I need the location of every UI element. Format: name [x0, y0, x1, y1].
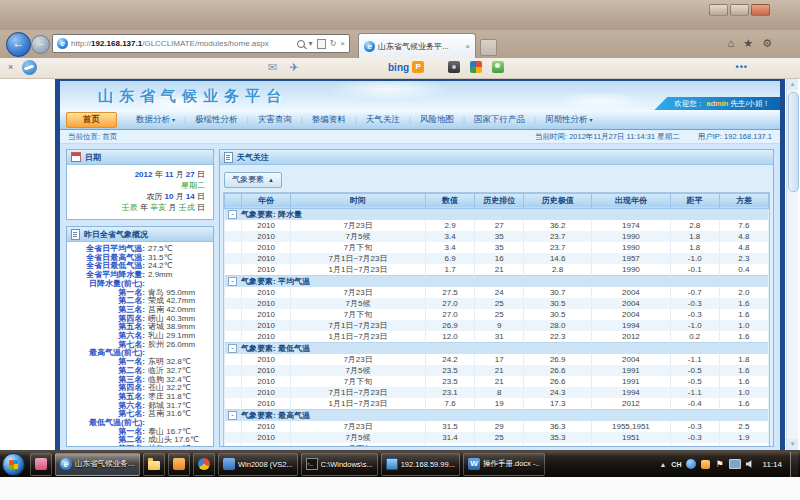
window-controls [709, 4, 770, 16]
taskbar-pinned-2[interactable] [143, 453, 165, 476]
table-row[interactable]: 20107月下旬27.02530.52004-0.31.6 [225, 309, 769, 320]
scroll-down-icon[interactable]: ▼ [787, 439, 798, 450]
nav-item-3[interactable]: 灾害查询 [249, 114, 301, 126]
cell: 7.6 [719, 220, 768, 231]
home-icon[interactable]: ⌂ [728, 37, 735, 50]
dropdown-icon[interactable]: ▾ [309, 39, 313, 48]
hidden-icons-arrow[interactable]: ▲ [659, 461, 666, 468]
taskbar-window-6[interactable]: C:\Windows\s... [301, 453, 378, 476]
scrollbar-thumb[interactable] [788, 92, 799, 192]
bing-toolbar[interactable]: bing P [388, 61, 424, 73]
collapse-icon[interactable]: - [228, 411, 237, 420]
new-tab-button[interactable] [480, 39, 497, 56]
cell: 26.9 [524, 354, 592, 365]
cell: 2010 [242, 354, 291, 365]
cell: 25 [475, 309, 524, 320]
stop-icon[interactable]: × [340, 39, 345, 48]
address-bar[interactable]: http://192.168.137.1/GLCCLIMATE/modules/… [52, 34, 350, 53]
back-button[interactable]: ← [6, 32, 31, 57]
browser-tab[interactable]: 山东省气候业务平... × [358, 33, 476, 58]
tab-close-icon[interactable]: × [465, 42, 470, 51]
column-header: 历史极值 [524, 193, 592, 208]
table-row[interactable]: 20107月23日31.52936.31955,1951-0.32.5 [225, 421, 769, 432]
taskbar-window-8[interactable]: 操作手册.docx -.. [463, 453, 545, 476]
cell: 2004 [592, 298, 671, 309]
mail-icon[interactable]: ✉ [268, 61, 277, 74]
element-filter-button[interactable]: 气象要素 ▲ [224, 172, 282, 188]
nav-item-7[interactable]: 国家下行产品 [465, 114, 534, 126]
favorites-star-icon[interactable]: ★ [743, 37, 753, 50]
taskbar-pinned-0[interactable] [30, 453, 52, 476]
bing-badge-icon: P [412, 61, 424, 73]
url-text[interactable]: http://192.168.137.1/GLCCLIMATE/modules/… [71, 39, 269, 48]
start-button[interactable] [2, 453, 25, 476]
taskbar-pinned-4[interactable] [193, 453, 215, 476]
action-center-flag-icon[interactable]: ⚑ [715, 460, 723, 469]
table-row[interactable]: 20107月下旬3.43523.719901.84.8 [225, 242, 769, 253]
apps-icon[interactable] [470, 61, 482, 73]
table-row[interactable]: 20107月23日24.21726.92004-1.11.8 [225, 354, 769, 365]
table-row[interactable]: 20107月下旬23.52126.61991-0.51.6 [225, 376, 769, 387]
table-row[interactable]: 20107月5候3.43523.719901.84.8 [225, 231, 769, 242]
table-row[interactable]: 20107月23日2.92736.219742.87.6 [225, 220, 769, 231]
language-indicator[interactable]: CH [671, 461, 681, 468]
tools-gear-icon[interactable]: ⚙ [762, 37, 772, 50]
compatibility-view-icon[interactable] [317, 39, 326, 49]
table-row[interactable]: 20107月下旬31.42535.31951-0.31.9 [225, 443, 769, 447]
table-row[interactable]: 20107月5候31.42535.31951-0.31.9 [225, 432, 769, 443]
cell: 2010 [242, 253, 291, 264]
group-header-row[interactable]: -气象要素: 最高气温 [225, 409, 769, 421]
group-header-row[interactable]: -气象要素: 降水量 [225, 208, 769, 220]
nav-item-2[interactable]: 极端性分析 [186, 114, 247, 126]
cell: 23.5 [425, 365, 474, 376]
table-row[interactable]: 20101月1日~7月23日1.7212.81990-0.10.4 [225, 264, 769, 276]
speaker-icon[interactable] [746, 460, 755, 469]
maximize-button[interactable] [730, 4, 749, 16]
taskbar-clock[interactable]: 11:14 [763, 460, 782, 469]
cell: 26.9 [425, 320, 474, 331]
contacts-icon[interactable] [492, 61, 504, 73]
scroll-up-icon[interactable]: ▲ [787, 79, 798, 90]
nav-item-0[interactable]: 首页 [66, 112, 117, 128]
table-row[interactable]: 20107月23日27.52430.72004-0.72.0 [225, 287, 769, 298]
collapse-icon[interactable]: - [228, 344, 237, 353]
vertical-scrollbar[interactable]: ▲ ▼ [786, 79, 798, 450]
nav-item-label: 天气关注 [366, 114, 400, 126]
table-row[interactable]: 20107月1日~7月23日26.9928.01994-1.01.0 [225, 320, 769, 331]
group-header-row[interactable]: -气象要素: 最低气温 [225, 342, 769, 354]
taskbar-window-5[interactable]: Win2008 (VS2... [218, 453, 298, 476]
nav-item-6[interactable]: 风险地图 [411, 114, 463, 126]
table-row[interactable]: 20101月1日~7月23日12.03122.320120.21.6 [225, 331, 769, 343]
overflow-icon[interactable]: ••• [736, 62, 748, 72]
taskbar-window-1[interactable]: 山东省气候业务平... [55, 453, 140, 476]
tray-security-icon[interactable] [701, 460, 710, 469]
taskbar-window-7[interactable]: 192.168.59.99... [381, 453, 460, 476]
send-icon[interactable]: ✈ [289, 61, 298, 74]
show-desktop-button[interactable] [790, 452, 798, 477]
table-row[interactable]: 20107月1日~7月23日23.1824.31994-1.11.0 [225, 387, 769, 398]
nav-item-4[interactable]: 整编资料 [303, 114, 355, 126]
forward-button[interactable]: → [31, 35, 50, 54]
group-header-row[interactable]: -气象要素: 平均气温 [225, 275, 769, 287]
table-row[interactable]: 20107月5候27.02530.52004-0.31.6 [225, 298, 769, 309]
taskbar-pinned-3[interactable] [168, 453, 190, 476]
minimize-button[interactable] [709, 4, 728, 16]
addon-close-icon[interactable]: × [8, 62, 13, 72]
nav-item-5[interactable]: 天气关注 [357, 114, 409, 126]
cell: 1月1日~7月23日 [291, 331, 426, 343]
collapse-icon[interactable]: - [228, 210, 237, 219]
close-button[interactable] [751, 4, 770, 16]
collapse-icon[interactable]: - [228, 277, 237, 286]
search-icon[interactable] [297, 40, 305, 48]
tray-app-icon[interactable] [686, 459, 696, 469]
cell: 30.5 [524, 298, 592, 309]
nav-item-1[interactable]: 数据分析▾ [127, 114, 184, 126]
refresh-icon[interactable]: ↻ [330, 39, 337, 48]
nav-item-8[interactable]: 周期性分析▾ [536, 114, 602, 126]
table-row[interactable]: 20107月5候23.52126.61991-0.51.6 [225, 365, 769, 376]
media-capture-icon[interactable] [448, 61, 460, 73]
table-row[interactable]: 20107月1日~7月23日6.91614.61957-1.02.3 [225, 253, 769, 264]
toolbar-logo-icon[interactable] [22, 60, 37, 75]
network-icon[interactable] [729, 459, 741, 469]
table-row[interactable]: 20101月1日~7月23日7.61917.32012-0.41.6 [225, 398, 769, 410]
